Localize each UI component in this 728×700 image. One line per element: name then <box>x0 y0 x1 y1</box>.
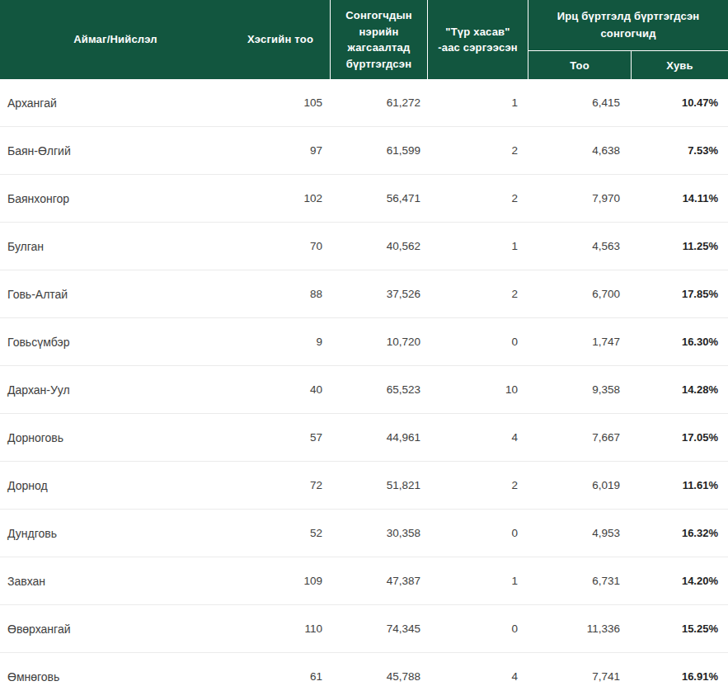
table-row: Завхан10947,38716,73114.20% <box>0 557 728 605</box>
cell-count: 4,953 <box>528 527 631 539</box>
header-turnout-group-label: Ирц бүртгэлд бүртгэгдсэн сонгогчид <box>528 0 728 51</box>
cell-percent: 11.25% <box>631 240 728 252</box>
cell-count: 6,731 <box>528 575 631 587</box>
cell-region: Говьсүмбэр <box>0 336 231 349</box>
cell-percent: 15.25% <box>631 622 728 635</box>
cell-restored: 1 <box>427 96 528 109</box>
cell-count: 6,415 <box>528 96 631 109</box>
header-cell-restored: "Түр хасав" -аас сэргээсэн <box>427 0 528 79</box>
cell-count: 6,700 <box>528 288 631 300</box>
header-cell-region: Аймаг/Нийслэл <box>0 0 231 79</box>
cell-registered: 45,788 <box>330 670 427 683</box>
table-row: Өвөрхангай11074,345011,33615.25% <box>0 605 728 653</box>
cell-percent: 14.11% <box>631 192 728 204</box>
cell-restored: 1 <box>427 575 528 587</box>
cell-count: 9,358 <box>528 383 631 396</box>
cell-percent: 14.28% <box>631 383 728 396</box>
cell-sections: 57 <box>231 431 330 444</box>
cell-count: 4,638 <box>528 144 631 157</box>
header-region-label: Аймаг/Нийслэл <box>73 31 157 48</box>
cell-percent: 10.47% <box>631 96 728 109</box>
cell-region: Баянхонгор <box>0 192 231 205</box>
header-restored-label-line2: -аас сэргээсэн <box>438 40 518 56</box>
cell-restored: 2 <box>427 144 528 157</box>
cell-count: 6,019 <box>528 479 631 491</box>
cell-region: Дархан-Уул <box>0 383 231 397</box>
cell-sections: 70 <box>231 240 330 252</box>
cell-region: Завхан <box>0 575 231 588</box>
cell-registered: 61,599 <box>330 144 427 157</box>
cell-registered: 30,358 <box>330 527 427 539</box>
cell-sections: 105 <box>231 96 330 109</box>
table-row: Архангай10561,27216,41510.47% <box>0 79 728 127</box>
cell-restored: 2 <box>427 479 528 491</box>
header-turnout-percent-label: Хувь <box>631 51 728 79</box>
cell-sections: 102 <box>231 192 330 204</box>
table-row: Баян-Өлгий9761,59924,6387.53% <box>0 127 728 175</box>
cell-sections: 52 <box>231 527 330 539</box>
header-sections-label: Хэсгийн тоо <box>247 31 313 48</box>
cell-registered: 74,345 <box>330 622 427 635</box>
header-restored-label-line1: "Түр хасав" <box>445 24 510 40</box>
cell-registered: 65,523 <box>330 383 427 396</box>
cell-sections: 72 <box>231 479 330 491</box>
cell-percent: 17.85% <box>631 288 728 300</box>
cell-registered: 56,471 <box>330 192 427 204</box>
cell-region: Дорноговь <box>0 431 231 444</box>
cell-region: Архангай <box>0 96 231 110</box>
cell-registered: 40,562 <box>330 240 427 252</box>
header-turnout-subrow: Тоо Хувь <box>528 51 728 79</box>
cell-percent: 11.61% <box>631 479 728 491</box>
cell-sections: 97 <box>231 144 330 157</box>
cell-percent: 17.05% <box>631 431 728 444</box>
table-row: Өмнөговь6145,78847,74116.91% <box>0 653 728 700</box>
table-row: Говьсүмбэр910,72001,74716.30% <box>0 318 728 366</box>
cell-registered: 47,387 <box>330 575 427 587</box>
cell-registered: 37,526 <box>330 288 427 300</box>
table-body: Архангай10561,27216,41510.47%Баян-Өлгий9… <box>0 79 728 700</box>
cell-restored: 0 <box>427 622 528 635</box>
table-row: Баянхонгор10256,47127,97014.11% <box>0 175 728 223</box>
header-registered-label: Сонгогчдын нэрийн жагсаалтад бүртгэгдсэн <box>339 7 419 72</box>
cell-sections: 88 <box>231 288 330 300</box>
cell-percent: 16.30% <box>631 336 728 348</box>
cell-count: 7,970 <box>528 192 631 204</box>
cell-percent: 16.32% <box>631 527 728 539</box>
cell-percent: 7.53% <box>631 144 728 157</box>
cell-sections: 61 <box>231 670 330 683</box>
cell-restored: 1 <box>427 240 528 252</box>
cell-percent: 16.91% <box>631 670 728 683</box>
header-cell-turnout-group: Ирц бүртгэлд бүртгэгдсэн сонгогчид Тоо Х… <box>528 0 728 79</box>
cell-percent: 14.20% <box>631 575 728 587</box>
cell-region: Дундговь <box>0 527 231 540</box>
cell-count: 1,747 <box>528 336 631 348</box>
cell-sections: 9 <box>231 336 330 348</box>
cell-region: Дорнод <box>0 479 231 492</box>
table-row: Дундговь5230,35804,95316.32% <box>0 510 728 557</box>
cell-registered: 44,961 <box>330 431 427 444</box>
cell-restored: 2 <box>427 288 528 300</box>
table-row: Дархан-Уул4065,523109,35814.28% <box>0 366 728 414</box>
cell-restored: 4 <box>427 670 528 683</box>
cell-sections: 110 <box>231 622 330 635</box>
cell-registered: 51,821 <box>330 479 427 491</box>
cell-region: Говь-Алтай <box>0 288 231 301</box>
cell-region: Баян-Өлгий <box>0 144 231 157</box>
header-cell-sections: Хэсгийн тоо <box>231 0 330 79</box>
cell-restored: 4 <box>427 431 528 444</box>
table-header: Аймаг/Нийслэл Хэсгийн тоо Сонгогчдын нэр… <box>0 0 728 79</box>
table-row: Дорноговь5744,96147,66717.05% <box>0 414 728 462</box>
cell-restored: 10 <box>427 383 528 396</box>
cell-registered: 10,720 <box>330 336 427 348</box>
cell-restored: 0 <box>427 527 528 539</box>
cell-region: Өвөрхангай <box>0 622 231 636</box>
cell-registered: 61,272 <box>330 96 427 109</box>
cell-restored: 0 <box>427 336 528 348</box>
cell-region: Булган <box>0 240 231 253</box>
table-row: Говь-Алтай8837,52626,70017.85% <box>0 270 728 318</box>
cell-sections: 109 <box>231 575 330 587</box>
cell-sections: 40 <box>231 383 330 396</box>
cell-region: Өмнөговь <box>0 670 231 684</box>
cell-count: 7,741 <box>528 670 631 683</box>
cell-restored: 2 <box>427 192 528 204</box>
